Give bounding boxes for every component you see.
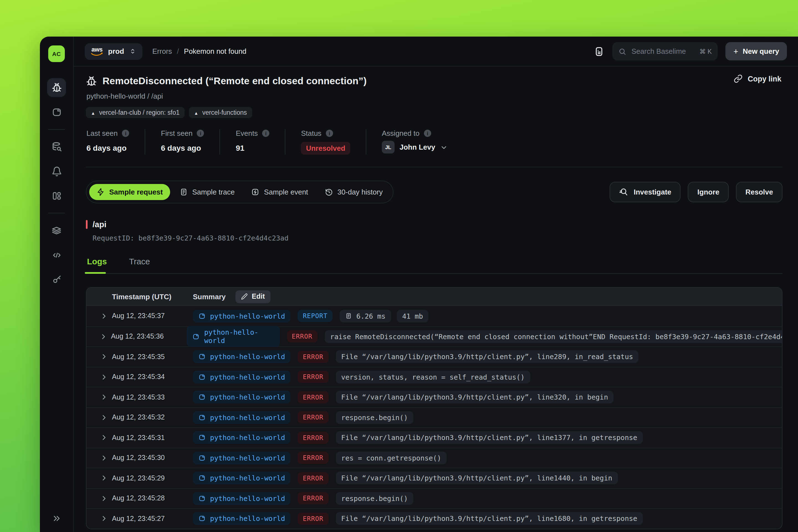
edit-columns-button[interactable]: Edit — [236, 290, 270, 303]
tab-trace[interactable]: Trace — [128, 256, 151, 273]
table-row[interactable]: Aug 12, 23:45:30 python-hello-world ERRO… — [87, 448, 782, 468]
table-row[interactable]: Aug 12, 23:45:35 python-hello-world ERRO… — [87, 346, 782, 366]
ignore-button[interactable]: Ignore — [688, 182, 729, 202]
chevron-right-icon[interactable] — [95, 434, 112, 442]
table-row[interactable]: Aug 12, 23:45:31 python-hello-world ERRO… — [87, 427, 782, 448]
ignore-label: Ignore — [698, 188, 719, 196]
workspace-avatar[interactable]: AC — [48, 45, 65, 62]
info-icon[interactable] — [197, 130, 204, 137]
sidebar-item-developer[interactable] — [47, 246, 66, 264]
tab-sample-trace[interactable]: Sample trace — [172, 184, 242, 200]
bug-icon — [51, 82, 62, 93]
table-row[interactable]: Aug 12, 23:45:36 python-hello-world ERRO… — [87, 326, 782, 346]
tab-sample-event[interactable]: Sample event — [244, 184, 315, 200]
chevron-right-icon[interactable] — [95, 332, 111, 341]
table-row[interactable]: Aug 12, 23:45:29 python-hello-world ERRO… — [87, 468, 782, 488]
log-message: File “/var/lang/lib/python3.9/http/clien… — [336, 472, 618, 484]
investigate-button[interactable]: Investigate — [610, 182, 681, 202]
topbar-right: Search Baselime ⌘ K New query — [594, 42, 787, 60]
stat-label: Assigned to — [382, 129, 419, 137]
notebook-icon[interactable] — [594, 46, 605, 57]
level-badge: ERROR — [298, 432, 328, 444]
chevron-right-icon[interactable] — [95, 393, 112, 401]
service-badge[interactable]: python-hello-world — [193, 492, 291, 505]
sidebar-item-layers[interactable] — [47, 221, 66, 240]
environment-name: prod — [108, 47, 124, 55]
history-clock-icon — [325, 188, 333, 196]
service-badge[interactable]: python-hello-world — [193, 350, 291, 363]
sidebar-item-queries[interactable] — [47, 137, 66, 156]
breadcrumb-section[interactable]: Errors — [152, 47, 172, 55]
service-badge[interactable]: python-hello-world — [193, 432, 291, 444]
table-row[interactable]: Aug 12, 23:45:28 python-hello-world ERRO… — [87, 488, 782, 508]
chevron-right-icon[interactable] — [95, 494, 112, 502]
chevron-right-icon[interactable] — [95, 454, 112, 462]
row-timestamp: Aug 12, 23:45:36 — [111, 333, 187, 341]
desktop-background: AC — [0, 0, 798, 532]
search-placeholder: Search Baselime — [631, 47, 695, 55]
info-icon[interactable] — [326, 130, 333, 137]
action-buttons: Investigate Ignore Resolve — [610, 182, 782, 202]
service-name: python-hello-world — [210, 434, 285, 442]
tab-logs[interactable]: Logs — [86, 256, 108, 273]
chevron-right-icon[interactable] — [95, 373, 112, 381]
service-badge[interactable]: python-hello-world — [193, 472, 291, 484]
chevrons-right-icon — [52, 514, 61, 523]
chevron-up-down-icon — [129, 48, 136, 55]
info-icon[interactable] — [122, 130, 129, 137]
pencil-icon — [241, 293, 248, 300]
samples-row: Sample request Sample trace — [86, 180, 782, 203]
column-timestamp: Timestamp (UTC) — [112, 292, 193, 301]
sidebar-divider — [48, 213, 65, 213]
table-row[interactable]: Aug 12, 23:45:27 python-hello-world ERRO… — [87, 508, 782, 528]
assignee-avatar: JL — [382, 141, 395, 153]
red-accent-bar — [86, 220, 88, 229]
sidebar-collapse[interactable] — [52, 514, 61, 525]
sidebar-item-api-keys[interactable] — [47, 270, 66, 289]
chevron-right-icon[interactable] — [95, 312, 112, 320]
new-query-label: New query — [743, 47, 779, 55]
resolve-label: Resolve — [745, 188, 773, 196]
log-message: File “/var/lang/lib/python3.9/http/clien… — [336, 391, 613, 404]
chevron-right-icon[interactable] — [95, 474, 112, 482]
sidebar-item-alerts[interactable] — [47, 162, 66, 180]
table-row[interactable]: Aug 12, 23:45:34 python-hello-world ERRO… — [87, 366, 782, 387]
tab-30-day-history[interactable]: 30-day history — [318, 184, 390, 200]
new-query-button[interactable]: New query — [726, 42, 787, 60]
table-row[interactable]: Aug 12, 23:45:33 python-hello-world ERRO… — [87, 387, 782, 407]
tab-sample-request[interactable]: Sample request — [89, 184, 170, 200]
info-icon[interactable] — [262, 130, 269, 137]
service-badge[interactable]: python-hello-world — [193, 512, 291, 525]
stat-label: First seen — [161, 129, 193, 137]
table-row[interactable]: Aug 12, 23:45:32 python-hello-world ERRO… — [87, 407, 782, 427]
service-badge[interactable]: python-hello-world — [193, 411, 291, 424]
resolve-button[interactable]: Resolve — [736, 182, 782, 202]
tag-label: vercel-fan-club / region: sfo1 — [99, 109, 179, 116]
service-badge[interactable]: python-hello-world — [193, 452, 291, 464]
zap-square-icon — [251, 188, 260, 196]
service-badge[interactable]: python-hello-world — [193, 310, 291, 323]
row-timestamp: Aug 12, 23:45:32 — [112, 414, 193, 421]
environment-selector[interactable]: aws prod — [85, 43, 142, 60]
sidebar-divider — [48, 129, 65, 130]
service-badge[interactable]: python-hello-world — [187, 326, 280, 347]
key-icon — [51, 274, 62, 285]
chevron-right-icon[interactable] — [95, 515, 112, 523]
column-summary: Summary — [193, 292, 226, 301]
info-icon[interactable] — [424, 130, 431, 137]
copy-link-button[interactable]: Copy link — [734, 74, 781, 83]
chevron-right-icon[interactable] — [95, 353, 112, 361]
layers-icon — [51, 225, 62, 236]
sidebar-item-services[interactable] — [47, 102, 66, 121]
assignee-selector[interactable]: JL John Levy — [382, 141, 448, 153]
table-row[interactable]: Aug 12, 23:45:37 python-hello-world REPO… — [87, 306, 782, 326]
sidebar-item-dashboards[interactable] — [47, 186, 66, 205]
chevron-right-icon[interactable] — [95, 413, 112, 422]
global-search[interactable]: Search Baselime ⌘ K — [613, 42, 718, 60]
sidebar-item-errors[interactable] — [47, 78, 66, 97]
service-name: python-hello-world — [204, 328, 274, 345]
service-badge[interactable]: python-hello-world — [193, 391, 291, 404]
stats-row: Last seen 6 days ago First seen 6 days a… — [86, 129, 782, 155]
service-badge[interactable]: python-hello-world — [193, 371, 291, 383]
stat-value: 6 days ago — [87, 144, 129, 152]
